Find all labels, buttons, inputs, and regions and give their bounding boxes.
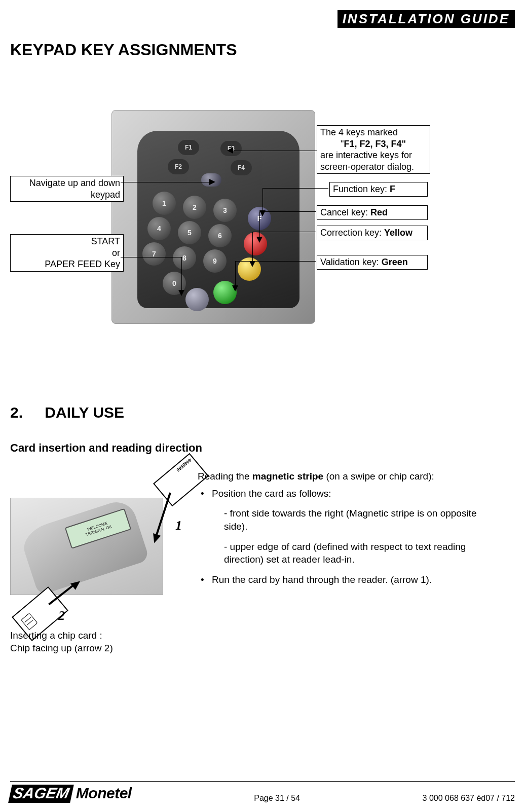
leader-line — [259, 211, 316, 212]
leader-line — [252, 232, 316, 232]
callout-navigate: Navigate up and down keypad — [10, 176, 124, 202]
arrowhead-icon — [232, 285, 238, 291]
section-keypad-title: KEYPAD KEY ASSIGNMENTS — [10, 41, 515, 59]
chip-caption-l2: Chip facing up (arrow 2) — [10, 642, 113, 655]
page: INSTALLATION GUIDE KEYPAD KEY ASSIGNMENT… — [0, 0, 525, 812]
callout-start-l1: START — [14, 236, 120, 247]
leader-line — [121, 257, 181, 257]
section-2-title: DAILY USE — [45, 404, 124, 421]
callout-start-l3: PAPER FEED Key — [14, 259, 120, 270]
intro-line: Reading the magnetic stripe (on a swipe … — [198, 470, 495, 483]
section-2-heading: 2. DAILY USE — [10, 404, 515, 421]
arrowhead-icon — [227, 147, 233, 154]
callout-correction-key: Correction key: Yellow — [317, 226, 428, 240]
keypad-diagram: F1 F3 F2 F4 1 2 3 4 5 6 7 8 9 0 F — [10, 110, 515, 333]
arrowhead-icon — [256, 237, 262, 243]
callout-navigate-l1: Navigate up and down — [14, 177, 120, 189]
fkeys-l1: The 4 keys marked — [320, 127, 427, 138]
logo: SAGEM Monetel — [10, 785, 132, 803]
callout-cancel-key: Cancel key: Red — [317, 205, 428, 220]
chip-caption: Inserting a chip card : Chip facing up (… — [10, 630, 113, 654]
callout-start: START or PAPER FEED Key — [10, 234, 124, 272]
arrowhead-icon — [178, 290, 184, 296]
key-f1: F1 — [178, 140, 199, 155]
chip-caption-l1: Inserting a chip card : — [10, 630, 113, 642]
key-start-paperfeed — [185, 288, 209, 311]
key-f4: F4 — [231, 160, 252, 175]
leader-line — [262, 188, 263, 210]
leader-line — [262, 188, 328, 189]
instr-upper-edge: - upper edge of card (defined with respe… — [198, 540, 495, 566]
footer-page: Page 31 / 54 — [254, 794, 300, 803]
keypad-photo: F1 F3 F2 F4 1 2 3 4 5 6 7 8 9 0 F — [111, 110, 315, 324]
terminal-photo: WELCOME TERMINAL OK — [10, 498, 163, 595]
footer-doc: 3 000 068 637 éd07 / 712 — [423, 794, 515, 803]
section-2-number: 2. — [10, 404, 41, 421]
fkeys-l3: are interactive keys for — [320, 150, 427, 161]
arrowhead-icon — [249, 261, 255, 267]
leader-line — [233, 151, 317, 151]
marker-2: 2 — [58, 608, 65, 623]
leader-line — [235, 261, 236, 285]
key-cancel-red — [244, 232, 267, 255]
leader-line — [121, 182, 209, 182]
card-section: WELCOME TERMINAL OK 4445566 1 2 Reading … — [10, 467, 515, 650]
leader-line — [235, 261, 316, 262]
header-title: INSTALLATION GUIDE — [338, 10, 515, 28]
callout-start-l2: or — [14, 247, 120, 259]
callout-validation-key: Validation key: Green — [317, 255, 428, 270]
marker-1: 1 — [175, 518, 182, 533]
bullet-position-card: Position the card as follows: — [212, 487, 495, 500]
leader-line — [259, 211, 260, 237]
fkeys-l2: "F1, F2, F3, F4" — [320, 138, 427, 150]
callout-fkeys-box: The 4 keys marked "F1, F2, F3, F4" are i… — [317, 125, 430, 174]
logo-sagem: SAGEM — [8, 785, 74, 803]
leader-line — [181, 257, 182, 290]
section-2-subhead: Card insertion and reading direction — [10, 441, 515, 455]
card-instructions: Reading the magnetic stripe (on a swipe … — [198, 470, 495, 590]
logo-monetel: Monetel — [76, 785, 132, 801]
chip-icon — [21, 613, 38, 630]
keypad-body: F1 F3 F2 F4 1 2 3 4 5 6 7 8 9 0 F — [137, 131, 299, 308]
terminal-body: WELCOME TERMINAL OK — [19, 497, 150, 596]
terminal-screen: WELCOME TERMINAL OK — [65, 508, 132, 549]
bullet-run-card: Run the card by hand through the reader.… — [212, 573, 495, 586]
callout-function-key: Function key: F — [329, 182, 428, 197]
swipe-card-number: 4445566 — [157, 457, 192, 488]
fkeys-l4: screen-operator dialog. — [320, 161, 427, 173]
key-validation-green — [213, 281, 237, 304]
arrowhead-icon — [209, 179, 215, 185]
key-f2: F2 — [168, 159, 189, 174]
callout-navigate-l2: keypad — [14, 189, 120, 201]
leader-line — [252, 232, 253, 261]
instr-front-side: - front side towards the right (Magnetic… — [198, 507, 495, 533]
footer: SAGEM Monetel Page 31 / 54 3 000 068 637… — [10, 781, 515, 803]
